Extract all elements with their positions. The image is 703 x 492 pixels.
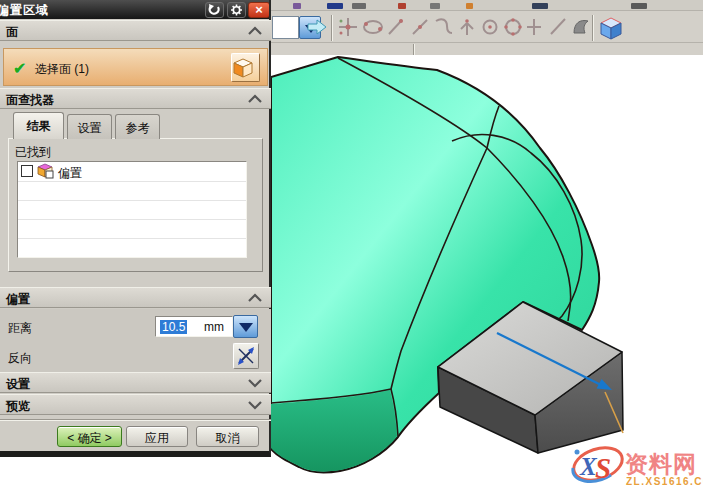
clipped-icon[interactable]	[398, 3, 406, 9]
ok-button-label: < 确定 >	[67, 431, 112, 445]
reset-arrow-icon	[208, 4, 221, 16]
cancel-button-label: 取消	[216, 431, 240, 445]
clipped-icon[interactable]	[293, 3, 301, 9]
reset-button[interactable]	[205, 2, 224, 18]
tab-settings[interactable]: 设置	[67, 114, 112, 139]
apply-button-label: 应用	[145, 431, 169, 445]
circle-points-icon[interactable]	[503, 15, 523, 39]
chevron-up-icon[interactable]	[247, 26, 263, 36]
circle-center-icon[interactable]	[481, 15, 500, 39]
clipped-icon[interactable]	[466, 3, 473, 9]
forward-arrow-icon[interactable]	[306, 18, 328, 36]
datum-cube-icon[interactable]	[598, 14, 624, 42]
face-finder-label: 面查找器	[6, 93, 54, 107]
tab-reference-label: 参考	[126, 121, 150, 135]
clipped-icon[interactable]	[631, 3, 647, 9]
watermark-site-name: 资料网	[625, 451, 697, 477]
logo-s: S	[595, 452, 611, 484]
watermark: X S 资料网 ZL.XS1616.COM	[570, 442, 703, 487]
offset-section-label: 偏置	[6, 292, 30, 306]
dialog-title: 偏置区域	[0, 2, 49, 19]
application-window: X S 资料网 ZL.XS1616.COM 偏置区域	[0, 0, 703, 492]
face-select-button[interactable]	[231, 53, 260, 82]
fillet-icon[interactable]	[571, 15, 591, 39]
plus-icon[interactable]	[526, 15, 543, 39]
settings-section-label: 设置	[6, 377, 30, 391]
chevron-down-icon	[239, 323, 253, 332]
clipped-icon[interactable]	[327, 3, 343, 9]
face-cube-icon	[232, 57, 259, 84]
section-header-preview[interactable]: 预览	[0, 394, 271, 415]
section-header-settings[interactable]: 设置	[0, 372, 271, 393]
cancel-button[interactable]: 取消	[196, 426, 259, 447]
distance-unit: mm	[204, 320, 224, 334]
tab-settings-label: 设置	[78, 121, 102, 135]
found-label: 已找到	[15, 144, 51, 161]
distance-value[interactable]: 10.5	[160, 320, 187, 334]
tab-results[interactable]: 结果	[13, 112, 64, 139]
close-icon: ×	[255, 2, 263, 17]
watermark-site-url: ZL.XS1616.COM	[626, 476, 703, 487]
found-faces-list[interactable]: 偏置	[17, 161, 247, 258]
list-item-label: 偏置	[58, 165, 82, 182]
checkbox[interactable]	[21, 165, 33, 177]
distance-options-button[interactable]	[233, 315, 258, 338]
ok-button[interactable]: < 确定 >	[57, 426, 122, 447]
tab-reference[interactable]: 参考	[115, 114, 160, 139]
chevron-down-icon[interactable]	[247, 378, 263, 388]
line-icon[interactable]	[386, 15, 406, 39]
clipped-icon[interactable]	[532, 3, 548, 9]
offset-feature-icon	[37, 163, 55, 180]
reverse-direction-button[interactable]	[233, 343, 259, 369]
select-face-label: 选择面 (1)	[35, 61, 89, 78]
select-face-row[interactable]: ✔ 选择面 (1)	[3, 48, 268, 86]
face-finder-panel: 结果 设置 参考 已找到 偏置	[8, 138, 263, 272]
selection-scope-combo[interactable]	[272, 16, 299, 39]
chevron-up-icon[interactable]	[247, 293, 263, 303]
clipped-icon[interactable]	[352, 3, 366, 9]
list-item-offset[interactable]: 偏置	[18, 162, 246, 181]
line-point-icon[interactable]	[409, 15, 431, 39]
section-header-face[interactable]: 面	[0, 20, 271, 41]
move-icon[interactable]	[337, 15, 359, 39]
reverse-label: 反向	[8, 350, 32, 367]
preview-section-label: 预览	[6, 399, 30, 413]
section-face-label: 面	[6, 25, 18, 39]
chevron-down-icon[interactable]	[247, 400, 263, 410]
point-icon[interactable]	[456, 15, 478, 39]
chevron-up-icon[interactable]	[247, 94, 263, 104]
close-button[interactable]: ×	[248, 2, 269, 18]
clipped-icon[interactable]	[430, 3, 440, 9]
offset-region-dialog: 偏置区域 ×	[0, 0, 271, 457]
apply-button[interactable]: 应用	[126, 426, 188, 447]
distance-label: 距离	[8, 320, 32, 337]
reverse-direction-icon	[235, 345, 257, 367]
section-header-offset[interactable]: 偏置	[0, 287, 271, 308]
distance-input[interactable]: 10.5 mm	[155, 316, 233, 337]
slash-icon[interactable]	[547, 15, 569, 39]
dialog-titlebar[interactable]: 偏置区域 ×	[0, 0, 269, 19]
modeling-viewport[interactable]: X S 资料网 ZL.XS1616.COM	[271, 55, 703, 492]
gear-icon	[230, 4, 243, 16]
rotate-icon[interactable]	[361, 15, 385, 39]
dialog-settings-button[interactable]	[227, 2, 246, 18]
check-icon: ✔	[13, 59, 26, 78]
arc-icon[interactable]	[433, 15, 453, 39]
logo-dot	[575, 450, 580, 455]
section-header-face-finder[interactable]: 面查找器	[0, 88, 271, 109]
tab-results-label: 结果	[27, 119, 51, 133]
